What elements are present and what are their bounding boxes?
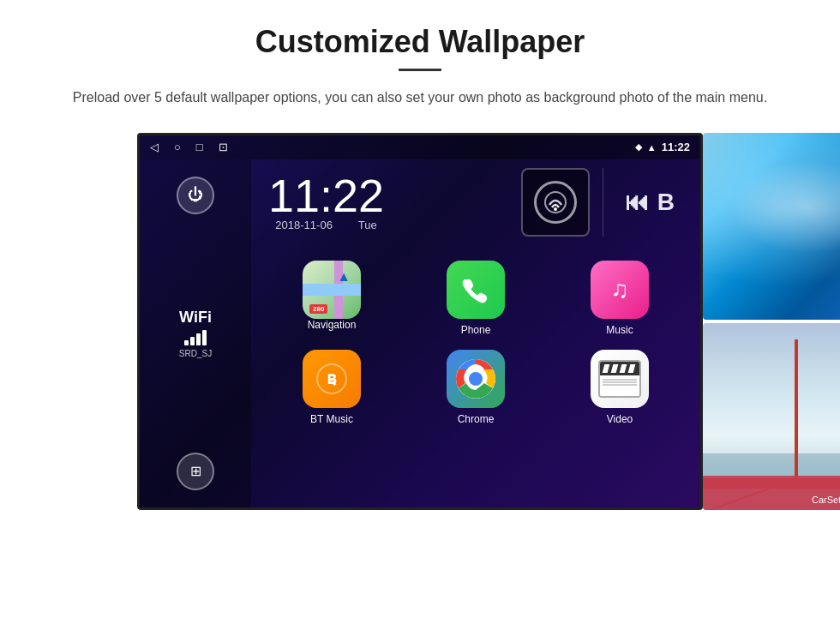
wallpaper-bridge[interactable]: CarSetting <box>703 323 840 510</box>
clapper-top <box>600 362 639 375</box>
app-music[interactable]: ♫ Music <box>548 254 692 343</box>
maps-icon: 280 ▲ <box>303 261 361 319</box>
app-bt-music[interactable]: ʙ ✦ BT Music <box>260 343 404 432</box>
app-phone[interactable]: Phone <box>404 254 548 343</box>
phone-icon <box>447 261 505 319</box>
status-time: 11:22 <box>662 141 690 153</box>
wifi-bar-2 <box>190 337 195 345</box>
ice-highlight <box>729 160 840 254</box>
app-chrome[interactable]: Chrome <box>404 343 548 432</box>
status-bar: ◁ ○ □ ⊡ ◆ ▲ 11:22 <box>140 135 700 159</box>
clapper-stripe-3 <box>620 364 627 373</box>
wifi-name: SRD_SJ <box>179 349 212 358</box>
nav-icons: ◁ ○ □ ⊡ <box>150 141 228 153</box>
maps-pin: ▲ <box>337 269 351 285</box>
phone-svg <box>460 274 491 305</box>
clock-area: 11:22 2018-11-06 Tue <box>251 159 700 245</box>
clock-section: 11:22 2018-11-06 Tue <box>268 172 384 231</box>
clock-day-value: Tue <box>358 219 377 231</box>
page-title: Customized Wallpaper <box>255 24 585 60</box>
clapper-stripe-4 <box>628 364 636 373</box>
media-symbol <box>534 181 577 224</box>
clock-date-value: 2018-11-06 <box>275 219 333 231</box>
video-icon <box>591 350 649 408</box>
wifi-section: WiFi SRD_SJ <box>179 309 212 358</box>
carsetting-bar: CarSetting <box>703 476 840 510</box>
app-label-music: Music <box>606 324 633 336</box>
wifi-bar-1 <box>184 340 189 345</box>
power-button[interactable]: ⏻ <box>177 177 214 214</box>
svg-text:✦: ✦ <box>332 381 338 388</box>
app-label-chrome: Chrome <box>458 413 495 425</box>
location-icon: ◆ <box>635 141 642 153</box>
page-wrapper: Customized Wallpaper Preload over 5 defa… <box>0 0 840 642</box>
clapper-stripe-1 <box>603 364 610 373</box>
app-grid: 280 ▲ Navigation P <box>251 245 700 507</box>
clapper-stripe-2 <box>611 364 619 373</box>
clapper-line-3 <box>603 384 637 386</box>
wifi-bar-4 <box>202 330 207 345</box>
app-label-video: Video <box>607 413 633 425</box>
signal-icon: ▲ <box>647 142 657 153</box>
media-area: ⏮ B <box>521 168 683 237</box>
carsetting-label: CarSetting <box>812 495 840 505</box>
wifi-label: WiFi <box>179 309 212 327</box>
music-icon: ♫ <box>591 261 649 319</box>
clock-date: 2018-11-06 Tue <box>275 219 376 231</box>
music-note-icon: ♫ <box>611 276 629 303</box>
media-separator <box>603 168 603 237</box>
clapper-line-1 <box>603 379 637 381</box>
clapper-body <box>600 375 639 396</box>
app-video[interactable]: Video <box>548 343 692 432</box>
title-divider <box>399 69 441 71</box>
app-navigation[interactable]: 280 ▲ Navigation <box>260 254 404 343</box>
partial-media-controls: ⏮ B <box>616 188 683 216</box>
back-icon[interactable]: ◁ <box>150 141 159 153</box>
screenshot-icon[interactable]: ⊡ <box>219 141 228 153</box>
screen-content: ⏻ WiFi SRD_SJ ⊞ <box>140 159 700 507</box>
status-right: ◆ ▲ 11:22 <box>635 141 690 153</box>
wallpaper-thumbnails: CarSetting <box>703 133 840 510</box>
sidebar: ⏻ WiFi SRD_SJ ⊞ <box>140 159 251 507</box>
svg-point-1 <box>554 207 557 211</box>
wallpaper-ice[interactable] <box>703 133 840 320</box>
app-label-phone: Phone <box>461 324 491 336</box>
wifi-signal-svg <box>543 189 568 215</box>
app-label-navigation: Navigation <box>308 319 357 331</box>
bridge-tower-left <box>795 339 798 480</box>
prev-track-icon[interactable]: ⏮ <box>625 188 649 216</box>
clapper-line-2 <box>603 381 637 383</box>
android-screen: ◁ ○ □ ⊡ ◆ ▲ 11:22 ⏻ <box>137 133 703 510</box>
page-description: Preload over 5 default wallpaper options… <box>73 87 767 109</box>
track-b-label: B <box>657 189 675 216</box>
maps-road-h <box>303 284 361 296</box>
center-content: 11:22 2018-11-06 Tue <box>251 159 700 507</box>
chrome-icon <box>447 350 505 408</box>
home-icon[interactable]: ○ <box>174 141 181 153</box>
device-container: ◁ ○ □ ⊡ ◆ ▲ 11:22 ⏻ <box>137 133 703 510</box>
app-label-bt-music: BT Music <box>310 413 353 425</box>
grid-button[interactable]: ⊞ <box>177 453 214 490</box>
recents-icon[interactable]: □ <box>196 141 203 153</box>
bt-svg: ʙ ✦ <box>315 363 348 395</box>
media-icon-box <box>521 168 590 237</box>
svg-point-7 <box>469 372 483 386</box>
video-clapper <box>598 360 641 398</box>
wifi-bars <box>184 330 207 345</box>
maps-badge: 280 <box>309 304 327 314</box>
wifi-bar-3 <box>196 333 201 345</box>
chrome-svg <box>454 357 497 400</box>
clock-time: 11:22 <box>268 172 384 219</box>
bt-icon: ʙ ✦ <box>303 350 361 408</box>
